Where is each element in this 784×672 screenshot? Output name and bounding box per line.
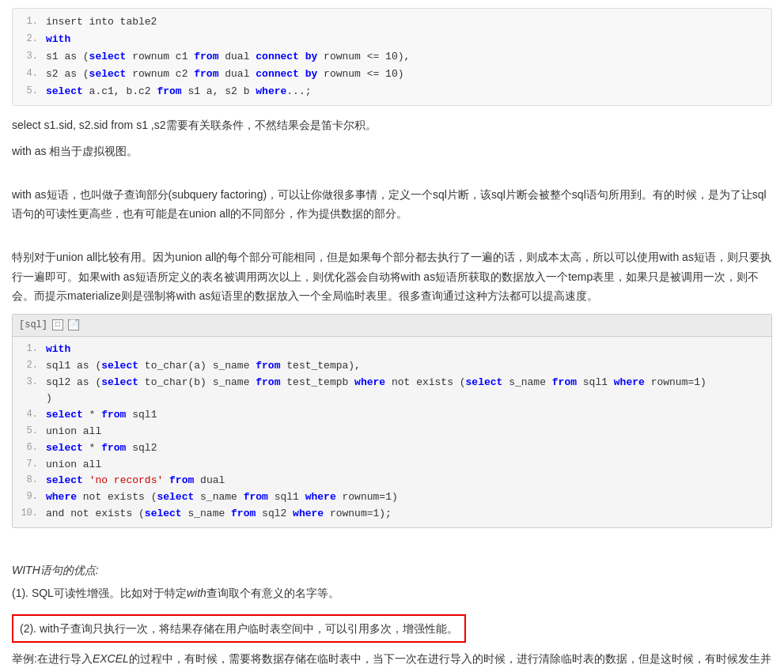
line-content: select 'no records' from dual [46, 473, 763, 489]
sql-body: 1.with2. sql1 as (select to_char(a) s_na… [13, 337, 771, 527]
line-number: 1. [21, 13, 38, 29]
line-number: 4. [21, 66, 38, 81]
line-content: s1 as (select rownum c1 from dual connec… [46, 48, 763, 66]
line-content: select * from sql1 [46, 407, 763, 424]
code-line: 2. sql1 as (select to_char(a) s_name fro… [21, 358, 763, 375]
line-number: 3. [21, 375, 38, 390]
line-number: 7. [21, 457, 38, 472]
line-number: 5. [21, 83, 38, 99]
code-line: ) [21, 391, 763, 407]
code-line: 5.select a.c1, b.c2 from s1 a, s2 b wher… [21, 83, 763, 100]
doc-icon[interactable]: 📄 [68, 319, 79, 330]
line-number: 9. [21, 489, 38, 504]
line-content: with [46, 342, 763, 358]
line-content: union all [46, 424, 763, 440]
code-line: 9. where not exists (select s_name from … [21, 489, 763, 506]
point2-highlighted: (2). with子查询只执行一次，将结果存储在用户临时表空间中，可以引用多次，… [12, 614, 466, 644]
sql-header: [sql] □ 📄 [13, 315, 771, 337]
line-content: sql1 as (select to_char(a) s_name from t… [46, 358, 763, 375]
line-number: 1. [21, 342, 38, 357]
code-line: 7.union all [21, 457, 763, 474]
code-line: 3. sql2 as (select to_char(b) s_name fro… [21, 375, 763, 391]
point1: (1). SQL可读性增强。比如对于特定with查询取个有意义的名字等。 [12, 583, 772, 603]
line-content: sql2 as (select to_char(b) s_name from t… [46, 375, 763, 391]
code-line: 6.select * from sql2 [21, 440, 763, 457]
line-number: 2. [21, 358, 38, 373]
para1: select s1.sid, s2.sid from s1 ,s2需要有关联条件… [12, 115, 772, 135]
line-number: 3. [21, 48, 38, 64]
line-content: and not exists (select s_name from sql2 … [46, 506, 763, 523]
code-line: 5.union all [21, 424, 763, 440]
line-number: 6. [21, 440, 38, 455]
line-content: insert into table2 [46, 13, 763, 31]
para2: with as 相当于虚拟视图。 [12, 142, 772, 161]
code-line: 4. s2 as (select rownum c2 from dual con… [21, 66, 763, 83]
line-content: select * from sql2 [46, 440, 763, 457]
para4: 特别对于union all比较有用。因为union all的每个部分可能相同，但… [12, 247, 772, 306]
code-line: 2.with [21, 31, 763, 48]
code-line: 8.select 'no records' from dual [21, 473, 763, 489]
sql-code-block: [sql] □ 📄 1.with2. sql1 as (select to_ch… [12, 314, 772, 528]
point3: 举例:在进行导入EXCEL的过程中，有时候，需要将数据存储在临时表中，当下一次在… [12, 649, 772, 672]
line-number: 8. [21, 473, 38, 488]
line-content: union all [46, 457, 763, 474]
code-line: 4.select * from sql1 [21, 407, 763, 424]
with-title: WITH语句的优点: [12, 561, 772, 579]
line-number: 2. [21, 31, 38, 47]
line-content: ) [46, 391, 763, 407]
top-code-block: 1.insert into table22.with3. s1 as (sele… [12, 8, 772, 106]
line-content: s2 as (select rownum c2 from dual connec… [46, 66, 763, 83]
code-line: 10. and not exists (select s_name from s… [21, 506, 763, 523]
line-number: 4. [21, 407, 38, 422]
para3: with as短语，也叫做子查询部分(subquery factoring)，可… [12, 185, 772, 224]
line-number: 5. [21, 424, 38, 439]
code-line: 3. s1 as (select rownum c1 from dual con… [21, 48, 763, 66]
line-content: with [46, 31, 763, 48]
line-number: 10. [21, 506, 38, 521]
line-content: where not exists (select s_name from sql… [46, 489, 763, 506]
sql-label: [sql] [19, 318, 47, 333]
copy-icon[interactable]: □ [52, 319, 63, 330]
code-line: 1.insert into table2 [21, 13, 763, 31]
code-line: 1.with [21, 342, 763, 358]
line-content: select a.c1, b.c2 from s1 a, s2 b where.… [46, 83, 763, 100]
